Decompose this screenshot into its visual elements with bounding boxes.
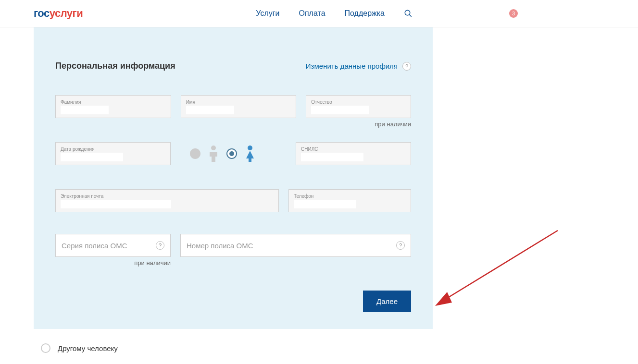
nav-support[interactable]: Поддержка	[345, 9, 385, 18]
help-icon[interactable]: ?	[156, 241, 164, 250]
form-panel: Персональная информация Изменить данные …	[34, 27, 433, 329]
gender-group	[190, 145, 256, 162]
phone-value	[294, 200, 356, 208]
nav-payment[interactable]: Оплата	[299, 9, 325, 18]
svg-point-3	[248, 146, 252, 150]
phone-field[interactable]: Телефон	[288, 189, 411, 212]
snils-field[interactable]: СНИЛС	[296, 142, 411, 165]
oms-series-helper: при наличии	[55, 259, 171, 267]
female-icon	[244, 145, 256, 162]
row-oms: Серия полиса ОМС ? при наличии Номер пол…	[55, 234, 411, 267]
nav-services[interactable]: Услуги	[256, 9, 279, 18]
male-icon	[208, 145, 219, 162]
edit-profile-link[interactable]: Изменить данные профиля	[306, 62, 398, 70]
header: госуслуги Услуги Оплата Поддержка 3	[0, 0, 638, 27]
oms-series-field[interactable]: Серия полиса ОМС ?	[55, 234, 171, 257]
arrow-annotation-icon	[423, 226, 563, 322]
svg-point-2	[211, 146, 216, 150]
row-dob-gender: Дата рождения СНИЛС	[55, 142, 411, 165]
edit-profile-wrap: Изменить данные профиля ?	[306, 62, 411, 71]
firstname-label: Имя	[186, 99, 291, 105]
patronymic-value	[311, 106, 369, 114]
help-icon[interactable]: ?	[402, 62, 411, 71]
snils-value	[301, 153, 363, 161]
lastname-value	[61, 106, 109, 114]
patronymic-helper: при наличии	[306, 121, 411, 128]
dob-field[interactable]: Дата рождения	[55, 142, 171, 165]
phone-label: Телефон	[294, 194, 406, 199]
svg-point-0	[405, 10, 410, 15]
gender-male-radio[interactable]	[190, 148, 200, 159]
lastname-label: Фамилия	[61, 99, 166, 105]
help-icon[interactable]: ?	[396, 241, 405, 250]
logo-part1: гос	[34, 7, 50, 19]
nav: Услуги Оплата Поддержка	[256, 9, 413, 18]
oms-series-placeholder: Серия полиса ОМС	[62, 242, 156, 250]
patronymic-label: Отчество	[311, 99, 406, 105]
notification-badge[interactable]: 3	[509, 9, 518, 18]
oms-number-placeholder: Номер полиса ОМС	[187, 242, 396, 250]
email-value	[61, 200, 171, 208]
other-person-label: Другому человеку	[58, 344, 118, 352]
dob-value	[61, 153, 123, 161]
patronymic-field[interactable]: Отчество	[306, 95, 411, 118]
lastname-field[interactable]: Фамилия	[55, 95, 171, 118]
section-title: Персональная информация	[55, 61, 175, 71]
firstname-field[interactable]: Имя	[181, 95, 297, 118]
row-contacts: Электронная почта Телефон	[55, 189, 411, 212]
svg-marker-5	[435, 292, 452, 306]
oms-number-field[interactable]: Номер полиса ОМС ?	[180, 234, 411, 257]
row-name: Фамилия Имя Отчество при наличии	[55, 95, 411, 128]
svg-line-1	[409, 14, 412, 17]
dob-label: Дата рождения	[61, 146, 165, 152]
next-button[interactable]: Далее	[363, 291, 411, 312]
snils-label: СНИЛС	[301, 146, 406, 152]
logo-part2: услуги	[50, 7, 83, 19]
gender-female-radio[interactable]	[226, 148, 237, 159]
svg-line-4	[440, 231, 558, 303]
firstname-value	[186, 106, 234, 114]
section-header: Персональная информация Изменить данные …	[55, 61, 411, 71]
other-person-option[interactable]: Другому человеку	[41, 343, 638, 353]
radio-icon	[41, 343, 50, 353]
email-label: Электронная почта	[61, 194, 274, 199]
email-field[interactable]: Электронная почта	[55, 189, 279, 212]
logo[interactable]: госуслуги	[34, 7, 83, 20]
search-icon[interactable]	[404, 9, 413, 18]
